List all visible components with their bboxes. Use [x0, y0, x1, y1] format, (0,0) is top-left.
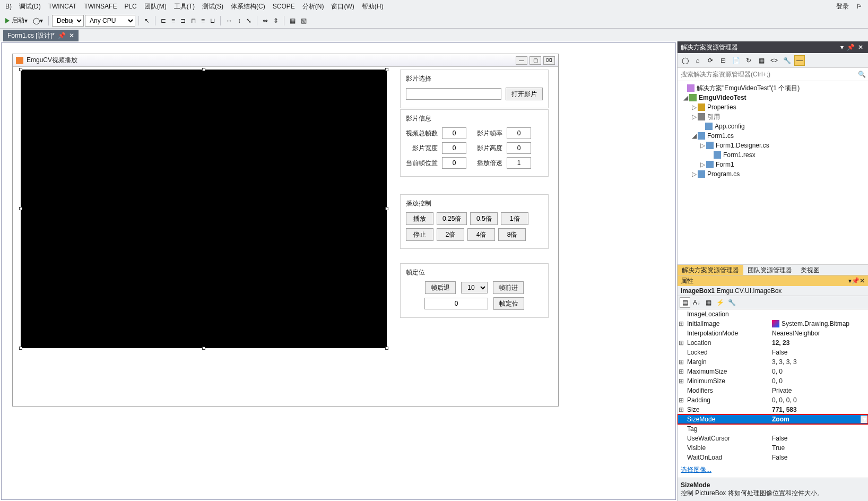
align-left-icon[interactable]: ⊏	[159, 16, 168, 25]
resize-handle[interactable]	[19, 347, 22, 350]
search-icon[interactable]: 🔍	[858, 71, 866, 78]
property-row-initialimage[interactable]: ⊞InitialImageSystem.Drawing.Bitmap	[678, 319, 868, 329]
alphabetical-icon[interactable]: A↓	[691, 297, 702, 308]
property-row-locked[interactable]: LockedFalse	[678, 348, 868, 357]
speed-05-button[interactable]: 0.5倍	[470, 212, 498, 225]
property-value[interactable]: System.Drawing.Bitmap	[770, 320, 868, 327]
refresh-icon[interactable]: ↻	[743, 55, 754, 66]
close-icon[interactable]: ✕	[69, 32, 74, 39]
wrench-icon[interactable]: 🔧	[782, 55, 792, 66]
property-value[interactable]: 0, 0	[770, 368, 868, 375]
home-icon[interactable]: ⌂	[692, 55, 703, 66]
speed-1-button[interactable]: 1倍	[501, 212, 528, 225]
property-value[interactable]: False	[770, 435, 868, 442]
menu-item[interactable]: 分析(N)	[299, 1, 327, 12]
menu-item[interactable]: TWINSAFE	[81, 2, 120, 11]
property-value[interactable]: 0, 0, 0, 0	[770, 396, 868, 404]
property-row-tag[interactable]: Tag	[678, 424, 868, 434]
window-dropdown-icon[interactable]: ▾	[839, 44, 845, 51]
property-row-usewaitcursor[interactable]: UseWaitCursorFalse	[678, 434, 868, 443]
speed-4-button[interactable]: 4倍	[467, 228, 495, 241]
cur-frame-field[interactable]	[442, 157, 466, 169]
property-pages-icon[interactable]: 🔧	[726, 297, 737, 308]
stop-button[interactable]: 停止	[406, 228, 433, 241]
tree-file-node[interactable]: ▷Program.cs	[678, 169, 868, 179]
property-value[interactable]: 12, 23	[770, 339, 868, 347]
solution-search-input[interactable]	[680, 69, 858, 80]
property-value[interactable]: Zoom▾	[770, 416, 868, 423]
close-window-icon[interactable]: ⌧	[543, 56, 555, 65]
align-bottom-icon[interactable]: ⊔	[208, 16, 217, 25]
browser-menu-icon[interactable]: ◯▾	[31, 16, 45, 25]
config-combo[interactable]: Debug	[52, 15, 84, 27]
resize-handle[interactable]	[385, 207, 388, 210]
fps-field[interactable]	[507, 127, 531, 139]
form-window[interactable]: EmguCV视频播放 — ▢ ⌧ 影片选择	[12, 54, 559, 407]
tree-file-node[interactable]: Form1.resx	[678, 150, 868, 160]
property-row-modifiers[interactable]: ModifiersPrivate	[678, 386, 868, 395]
close-icon[interactable]: ✕	[860, 277, 865, 284]
imagebox-control[interactable]	[21, 70, 387, 348]
property-row-padding[interactable]: ⊞Padding0, 0, 0, 0	[678, 395, 868, 405]
menu-item[interactable]: 团队(M)	[141, 1, 170, 12]
collapse-icon[interactable]: ⊟	[718, 55, 728, 66]
properties-icon[interactable]: ▦	[756, 55, 767, 66]
resize-handle[interactable]	[202, 347, 205, 350]
menu-item[interactable]: 窗口(W)	[328, 1, 357, 12]
expand-icon[interactable]: ⊞	[678, 377, 685, 385]
maximize-icon[interactable]: ▢	[530, 56, 541, 65]
categorized-icon[interactable]: ▤	[680, 297, 690, 308]
size-both-icon[interactable]: ⤡	[244, 16, 254, 25]
speed-025-button[interactable]: 0.25倍	[437, 212, 467, 225]
properties-object[interactable]: imageBox1 Emgu.CV.UI.ImageBox	[678, 286, 868, 296]
property-row-waitonload[interactable]: WaitOnLoadFalse	[678, 453, 868, 462]
tree-file-node[interactable]: ▷Form1.Designer.cs	[678, 141, 868, 150]
events-icon[interactable]: ⚡	[715, 297, 725, 308]
resize-handle[interactable]	[385, 68, 388, 71]
notifications-icon[interactable]: 🏳	[853, 2, 866, 11]
frame-pos-input[interactable]	[424, 298, 488, 309]
platform-combo[interactable]: Any CPU	[85, 15, 135, 27]
menu-item[interactable]: B)	[2, 2, 15, 11]
start-button[interactable]: 启动 ▾	[3, 15, 30, 26]
menu-item[interactable]: 体系结构(C)	[228, 1, 268, 12]
menu-item[interactable]: TWINCAT	[45, 2, 80, 11]
resize-handle[interactable]	[385, 347, 388, 350]
pin-icon[interactable]: 📌	[852, 277, 860, 284]
designer-surface[interactable]: EmguCV视频播放 — ▢ ⌧ 影片选择	[1, 42, 676, 500]
open-file-button[interactable]: 打开影片	[506, 88, 543, 100]
property-value[interactable]: 771, 583	[770, 406, 868, 413]
expand-icon[interactable]: ⊞	[678, 368, 685, 375]
play-button[interactable]: 播放	[406, 212, 433, 225]
tab-class-view[interactable]: 类视图	[796, 265, 824, 275]
minimize-icon[interactable]: —	[516, 56, 527, 65]
expand-icon[interactable]: ⊞	[678, 358, 685, 366]
property-row-size[interactable]: ⊞Size771, 583	[678, 405, 868, 414]
bring-front-icon[interactable]: ▦	[288, 16, 298, 25]
property-row-imagelocation[interactable]: ImageLocation	[678, 309, 868, 319]
file-path-input[interactable]	[406, 88, 501, 100]
toggle-icon[interactable]: —	[794, 55, 805, 66]
doc-tab-form1-design[interactable]: Form1.cs [设计]* 📌 ✕	[3, 30, 79, 41]
resize-handle[interactable]	[19, 68, 22, 71]
resize-handle[interactable]	[19, 207, 22, 210]
total-frames-field[interactable]	[442, 127, 466, 139]
pin-icon[interactable]: 📌	[58, 32, 66, 39]
menu-item[interactable]: 调试(D)	[16, 1, 44, 12]
expand-icon[interactable]: ⊞	[678, 406, 685, 413]
align-middle-icon[interactable]: ≡	[199, 16, 207, 25]
property-value[interactable]: 3, 3, 3, 3	[770, 358, 868, 366]
menu-item[interactable]: PLC	[121, 2, 140, 11]
width-field[interactable]	[442, 142, 466, 154]
property-row-maximumsize[interactable]: ⊞MaximumSize0, 0	[678, 367, 868, 376]
close-icon[interactable]: ✕	[856, 44, 865, 51]
send-back-icon[interactable]: ▧	[299, 16, 309, 25]
expand-icon[interactable]: ⊞	[678, 396, 685, 404]
expand-icon[interactable]: ⊞	[678, 339, 685, 347]
align-top-icon[interactable]: ⊓	[189, 16, 198, 25]
property-row-sizemode[interactable]: SizeModeZoom▾	[678, 414, 868, 424]
show-all-icon[interactable]: 📄	[731, 55, 741, 66]
tab-team-explorer[interactable]: 团队资源管理器	[743, 265, 796, 275]
property-value[interactable]: False	[770, 454, 868, 461]
menu-item[interactable]: 工具(T)	[171, 1, 198, 12]
